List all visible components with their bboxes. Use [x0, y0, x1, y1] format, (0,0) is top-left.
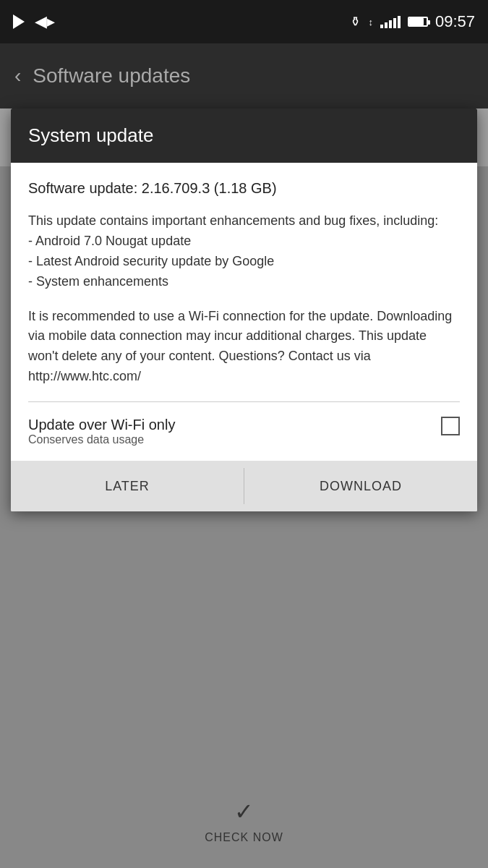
back-button[interactable]: ‹ — [14, 64, 21, 88]
checkmark-icon: ✓ — [234, 798, 254, 825]
data-arrows-icon: ↕ — [368, 17, 373, 27]
settings-icon: ◀▸ — [35, 12, 55, 31]
download-button[interactable]: DOWNLOAD — [244, 461, 477, 511]
later-button[interactable]: LATER — [11, 461, 244, 511]
dialog-buttons: LATER DOWNLOAD — [11, 461, 477, 511]
dialog-wifi-text: Update over Wi-Fi only Conserves data us… — [28, 417, 175, 446]
signal-bars-icon — [380, 15, 401, 28]
update-warning: It is recommended to use a Wi-Fi connect… — [28, 307, 460, 388]
page-title: Software updates — [33, 64, 190, 88]
header: ‹ Software updates — [0, 43, 488, 109]
dialog-divider — [28, 401, 460, 402]
system-update-dialog: System update Software update: 2.16.709.… — [11, 109, 477, 511]
dialog-wifi-title: Update over Wi-Fi only — [28, 417, 175, 433]
play-icon — [13, 14, 25, 29]
bottom-area: ✓ CHECK NOW — [0, 774, 488, 868]
dialog-wifi-row: Update over Wi-Fi only Conserves data us… — [28, 417, 460, 461]
update-description: This update contains important enhanceme… — [28, 211, 460, 292]
dialog-wifi-subtitle: Conserves data usage — [28, 433, 175, 446]
headphone-icon: ⚱ — [350, 14, 361, 30]
status-bar-right: ⚱ ↕ 09:57 — [350, 12, 475, 31]
update-version-label: Software update: 2.16.709.3 (1.18 GB) — [28, 180, 460, 197]
dialog-title: System update — [28, 124, 153, 146]
check-now-label[interactable]: CHECK NOW — [205, 831, 283, 844]
status-bar: ◀▸ ⚱ ↕ 09:57 — [0, 0, 488, 43]
battery-icon — [408, 17, 428, 27]
dialog-wifi-checkbox[interactable] — [441, 417, 460, 435]
status-time: 09:57 — [435, 12, 475, 31]
dialog-header: System update — [11, 109, 477, 163]
status-bar-left: ◀▸ — [13, 12, 55, 31]
dialog-body: Software update: 2.16.709.3 (1.18 GB) Th… — [11, 163, 477, 461]
